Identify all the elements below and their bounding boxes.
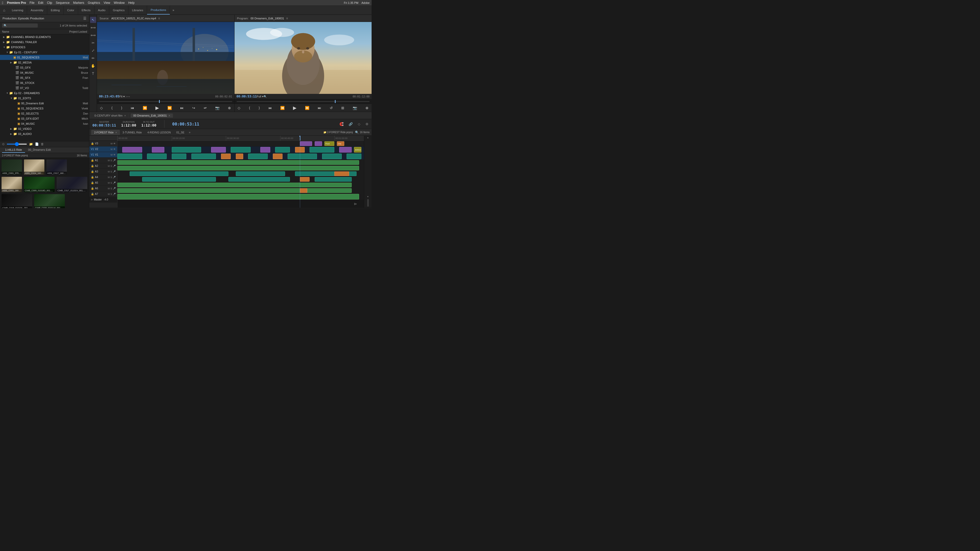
menu-file[interactable]: File xyxy=(30,1,35,5)
track-s-a6[interactable]: S xyxy=(110,187,112,190)
clip-v3-2[interactable] xyxy=(315,141,322,146)
clip-v1-6[interactable] xyxy=(236,154,243,159)
bin-search-icon[interactable]: 🔍 xyxy=(355,130,359,134)
track-mic-a6[interactable]: 🎤 xyxy=(113,187,116,190)
source-insert[interactable]: ↪ xyxy=(191,106,196,110)
clip-v1-7[interactable] xyxy=(248,154,268,159)
clip-v2-7[interactable] xyxy=(275,147,290,152)
tree-item-03-audio[interactable]: ▶ 📁 03_AUDIO xyxy=(0,131,89,137)
source-add[interactable]: ⊕ xyxy=(227,106,232,110)
clip-v2-11[interactable]: A001C00 xyxy=(354,147,361,152)
track-mic-a1[interactable]: 🎤 xyxy=(113,159,116,162)
bin-tab-hills-ride[interactable]: 1-HILLS Ride xyxy=(2,147,25,153)
track-s-a1[interactable]: S xyxy=(110,159,112,162)
timeline-magnet-tool[interactable]: 🧲 xyxy=(339,122,344,126)
tool-ripple-edit[interactable]: ⟺ xyxy=(90,32,96,38)
bin-thumbnail-2[interactable]: A001_C024_1604A_001.mp4 xyxy=(24,159,45,175)
delete-icon[interactable]: 🗑 xyxy=(41,142,44,146)
timeline-tab-century[interactable]: 0-CENTURY short film × xyxy=(92,114,129,118)
master-expand-icon[interactable]: ⊳ xyxy=(354,202,357,206)
clip-v1-2[interactable] xyxy=(147,154,167,159)
tree-item-02-video[interactable]: ▶ 📁 02_VIDEO xyxy=(0,126,89,131)
track-lock-icon[interactable]: 🔒 xyxy=(91,176,94,179)
bin-thumbnail-7[interactable]: C04B_C018_0101DL_001.mp4 xyxy=(2,194,32,208)
clip-v2-10[interactable] xyxy=(339,147,352,152)
home-button[interactable]: ⌂ xyxy=(0,8,8,12)
program-export-frame[interactable]: 📷 xyxy=(352,106,358,110)
track-lock-icon[interactable]: V1 xyxy=(91,148,94,151)
clip-v2-9[interactable] xyxy=(310,147,334,152)
seq-tab-riding-lesson[interactable]: 4-RIDING LESSON xyxy=(145,130,173,135)
track-m-a3[interactable]: M xyxy=(108,170,110,173)
bin-thumbnail-4[interactable]: A001_C001_1604A_001.mp4 xyxy=(2,177,22,192)
clip-v1-11[interactable] xyxy=(347,154,361,159)
tree-item-06-stock[interactable]: 🎬 06_STOCK xyxy=(0,80,89,86)
tree-item-episodes[interactable]: ▼ 📁 EPISODES xyxy=(0,44,89,50)
clip-v3-foot[interactable]: Foot xyxy=(325,141,334,146)
clip-v2-4[interactable] xyxy=(211,147,226,152)
tree-item-04-music[interactable]: 🎬 04_MUSIC Bruce xyxy=(0,70,89,75)
seq-tab-01se[interactable]: 01_SE xyxy=(173,130,187,135)
program-fit-dropdown[interactable]: Full ▾ xyxy=(257,95,264,98)
tree-item-03-gfx[interactable]: 🎬 03_GFX Marjorie xyxy=(0,65,89,70)
track-lock-icon[interactable]: V1 xyxy=(91,153,94,156)
tool-razor[interactable]: ✂ xyxy=(90,40,96,46)
seq-tab-forest-ride[interactable]: 2-FOREST Ride × xyxy=(91,130,120,135)
clip-a6-2[interactable] xyxy=(300,188,307,193)
new-bin-icon[interactable]: 📁 xyxy=(29,142,33,146)
track-m-a6[interactable]: M xyxy=(108,187,110,190)
source-fit-dropdown[interactable]: Fit ▾ xyxy=(119,95,124,98)
tree-item-ep02-sequences[interactable]: ▣ 01_SEQUENCES Vivek xyxy=(0,106,89,111)
menu-view[interactable]: View xyxy=(103,1,110,5)
track-m-a2[interactable]: M xyxy=(108,165,110,167)
source-add-marker[interactable]: ◇ xyxy=(99,106,104,110)
clip-v2-2[interactable] xyxy=(152,147,164,152)
tree-item-05-sfx[interactable]: 🎬 05_SFX Fran xyxy=(0,75,89,80)
tab-editing[interactable]: Editing xyxy=(47,6,64,14)
project-menu-icon[interactable]: ☰ xyxy=(83,16,86,21)
clip-a3-1[interactable] xyxy=(130,171,228,176)
clip-v2-6[interactable] xyxy=(260,147,270,152)
source-go-in[interactable]: ⏮ xyxy=(130,106,135,110)
tree-item-channel-brand[interactable]: ▶ 📁 CHANNEL BRAND ELEMENTS xyxy=(0,35,89,40)
program-play[interactable]: ▶ xyxy=(292,105,298,111)
clip-v1-1[interactable] xyxy=(118,154,142,159)
menu-edit[interactable]: Edit xyxy=(38,1,43,5)
clip-a3-2[interactable] xyxy=(236,171,285,176)
bin-thumbnail-5[interactable]: C04B_C009_01018D_001.mp4 xyxy=(24,177,55,192)
program-step-back[interactable]: ⏪ xyxy=(279,106,286,110)
timeline-vertical-scrollbar[interactable] xyxy=(367,199,369,206)
menu-clip[interactable]: Clip xyxy=(47,1,52,5)
track-mic-a7[interactable]: 🎤 xyxy=(113,193,116,195)
tab-assembly[interactable]: Assembly xyxy=(27,6,47,14)
track-s-a3[interactable]: S xyxy=(110,170,112,173)
tree-item-channel-trailer[interactable]: ▶ 📁 CHANNEL TRAILER xyxy=(0,40,89,44)
track-mic-a4[interactable]: 🎤 xyxy=(113,176,116,179)
clip-a2-1[interactable] xyxy=(118,166,359,170)
program-go-in[interactable]: ⏮ xyxy=(267,106,273,110)
clip-v3-ora[interactable]: Ora xyxy=(337,141,344,146)
tree-item-03-gfx-edit[interactable]: ▣ 03_GFX-EDIT Mitch xyxy=(0,116,89,121)
track-m-a7[interactable]: M xyxy=(108,193,110,195)
clip-a7-1[interactable] xyxy=(118,194,359,200)
menu-sequence[interactable]: Sequence xyxy=(56,1,70,5)
source-play[interactable]: ▶ xyxy=(154,105,160,111)
tab-learning[interactable]: Learning xyxy=(8,6,27,14)
tree-item-02-selects[interactable]: ▣ 02_SELECTS Dan xyxy=(0,111,89,116)
source-out-point[interactable]: ⟩ xyxy=(120,106,123,110)
menu-markers[interactable]: Markers xyxy=(73,1,84,5)
close-dreamers-tab[interactable]: × xyxy=(169,114,170,117)
menu-graphics[interactable]: Graphics xyxy=(88,1,100,5)
playhead[interactable] xyxy=(300,136,301,141)
program-scrubber[interactable] xyxy=(234,99,372,104)
track-mic-a5[interactable]: 🎤 xyxy=(113,182,116,184)
clip-v3-1[interactable] xyxy=(300,141,312,146)
track-lock-icon[interactable]: 🔒 xyxy=(91,181,94,184)
program-go-out[interactable]: ⏭ xyxy=(317,106,322,110)
clip-v1-3[interactable] xyxy=(172,154,186,159)
close-century-tab[interactable]: × xyxy=(124,114,126,117)
tab-color[interactable]: Color xyxy=(64,6,78,14)
apple-menu[interactable]:  xyxy=(2,1,3,5)
project-search-input[interactable] xyxy=(2,24,38,27)
tab-audio[interactable]: Audio xyxy=(94,6,109,14)
